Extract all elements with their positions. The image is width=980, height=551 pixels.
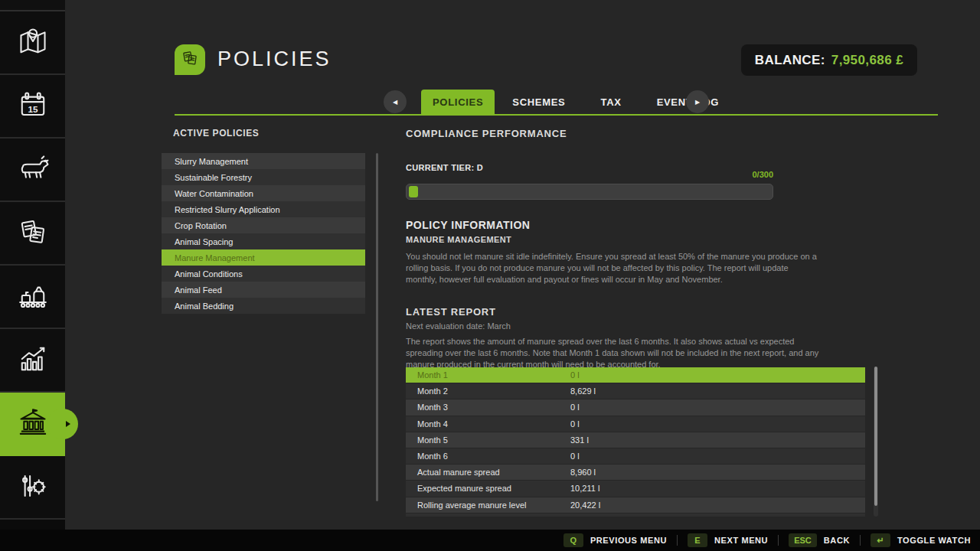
- active-policies-list: Slurry Management Sustainable Forestry W…: [162, 153, 365, 314]
- balance-value: 7,950,686 £: [831, 53, 903, 68]
- row-label: Month 5: [406, 435, 570, 445]
- row-value: 0 l: [570, 419, 580, 429]
- sidebar-item-finances[interactable]: [0, 393, 65, 456]
- row-label: Rolling average manure level: [406, 500, 570, 510]
- hint-label: TOGGLE WATCH: [897, 536, 971, 545]
- policy-name-subtitle: MANURE MANAGEMENT: [406, 235, 511, 244]
- table-row[interactable]: Month 4 0 l: [406, 416, 865, 432]
- list-item[interactable]: Animal Feed: [162, 282, 365, 298]
- policy-description: You should not let manure sit idle indef…: [406, 251, 819, 285]
- list-item[interactable]: Crop Rotation: [162, 217, 365, 233]
- list-item[interactable]: Water Contamination: [162, 185, 365, 201]
- calendar-icon: 15: [16, 88, 50, 125]
- active-policies-title: ACTIVE POLICIES: [173, 128, 259, 139]
- panel-scrollbar[interactable]: [376, 153, 378, 501]
- hint-next-menu[interactable]: E NEXT MENU: [688, 533, 778, 547]
- sidebar-item-animals[interactable]: [0, 139, 65, 202]
- list-item[interactable]: Animal Bedding: [162, 298, 365, 314]
- compliance-progress-bar: [406, 184, 773, 200]
- row-label: Actual manure spread: [406, 468, 570, 477]
- policies-screen: 15: [0, 0, 980, 551]
- compliance-title: COMPLIANCE PERFORMANCE: [406, 128, 567, 139]
- sidebar-item-partial: [0, 0, 65, 11]
- tab-policies[interactable]: POLICIES: [421, 90, 495, 115]
- hint-label: NEXT MENU: [714, 536, 768, 545]
- sidebar-item-production[interactable]: [0, 266, 65, 329]
- list-item[interactable]: Restricted Slurry Application: [162, 201, 365, 217]
- chevron-right-icon: ▶: [695, 99, 700, 106]
- next-evaluation-date: Next evaluation date: March: [406, 321, 511, 331]
- tab-underline: [175, 114, 938, 116]
- list-item[interactable]: Sustainable Forestry: [162, 169, 365, 185]
- hint-divider: [778, 535, 779, 546]
- table-scrollbar-thumb[interactable]: [874, 367, 877, 506]
- list-item[interactable]: Animal Conditions: [162, 266, 365, 282]
- footer-hint-bar: Q PREVIOUS MENU E NEXT MENU ESC BACK ↵ T…: [0, 530, 980, 551]
- table-row[interactable]: Month 3 0 l: [406, 399, 865, 415]
- hint-back[interactable]: ESC BACK: [789, 533, 860, 547]
- list-item[interactable]: Slurry Management: [162, 153, 365, 169]
- settings-sliders-icon: [16, 469, 50, 506]
- row-value: 20,422 l: [570, 500, 600, 510]
- hint-divider: [860, 535, 861, 546]
- sidebar-item-contracts[interactable]: [0, 202, 65, 266]
- table-scrollbar-track: [874, 367, 878, 517]
- row-value: 331 l: [570, 435, 589, 445]
- cow-icon: [16, 152, 50, 188]
- contracts-icon: [16, 215, 50, 252]
- chevron-left-icon: ◀: [393, 99, 397, 106]
- balance-display: BALANCE: 7,950,686 £: [741, 44, 917, 76]
- progress-value-label: 0/300: [406, 170, 773, 179]
- row-label: Month 4: [406, 419, 570, 429]
- sidebar-item-settings[interactable]: [0, 456, 65, 520]
- policy-info-title: POLICY INFORMATION: [406, 219, 530, 231]
- sidebar-item-statistics[interactable]: [0, 329, 65, 393]
- enter-key-icon: ↵: [871, 533, 890, 547]
- hint-toggle-watch[interactable]: ↵ TOGGLE WATCH: [871, 533, 971, 547]
- table-row[interactable]: Month 6 0 l: [406, 448, 865, 464]
- report-description: The report shows the amount of manure sp…: [406, 336, 819, 370]
- next-tab-button[interactable]: ▶: [686, 90, 709, 113]
- row-label: Month 2: [406, 386, 570, 396]
- hint-label: PREVIOUS MENU: [590, 536, 667, 545]
- statistics-icon: [16, 342, 50, 379]
- e-key-icon: E: [688, 533, 707, 547]
- table-row[interactable]: Expected manure spread 10,211 l: [406, 481, 865, 496]
- row-value: 10,211 l: [570, 484, 599, 493]
- row-value: 0 l: [570, 403, 580, 412]
- hint-divider: [677, 535, 678, 546]
- latest-report-title: LATEST REPORT: [406, 306, 496, 318]
- row-value: 8,960 l: [570, 468, 596, 477]
- tab-schemes[interactable]: SCHEMES: [495, 90, 583, 115]
- bank-icon: [16, 406, 50, 442]
- row-value: 0 l: [570, 370, 580, 380]
- list-item-selected[interactable]: Manure Management: [162, 249, 365, 266]
- tab-tax[interactable]: TAX: [583, 90, 639, 115]
- row-label: Month 1: [406, 370, 570, 380]
- page-title: POLICIES: [217, 47, 332, 71]
- prev-tab-button[interactable]: ◀: [384, 90, 407, 113]
- table-row[interactable]: Rolling average manure level 20,422 l: [406, 497, 865, 513]
- esc-key-icon: ESC: [789, 533, 817, 547]
- table-row[interactable]: Month 2 8,629 l: [406, 383, 865, 399]
- table-row-selected[interactable]: Month 1 0 l: [406, 367, 865, 383]
- svg-text:15: 15: [28, 103, 38, 113]
- list-item[interactable]: Animal Spacing: [162, 233, 365, 249]
- report-table: Month 1 0 l Month 2 8,629 l Month 3 0 l …: [406, 367, 865, 517]
- production-icon: [16, 279, 50, 315]
- documents-icon: [179, 47, 201, 72]
- hint-label: BACK: [824, 536, 850, 545]
- row-value: 0 l: [570, 452, 580, 461]
- sidebar-item-calendar[interactable]: 15: [0, 75, 65, 139]
- compliance-progress-fill: [409, 186, 418, 197]
- table-row[interactable]: Rating -: [406, 514, 865, 517]
- hint-previous-menu[interactable]: Q PREVIOUS MENU: [564, 533, 677, 547]
- sidebar-item-map[interactable]: [0, 11, 65, 75]
- row-label: Month 3: [406, 403, 570, 412]
- policies-app-icon: [175, 44, 205, 75]
- table-row[interactable]: Actual manure spread 8,960 l: [406, 465, 865, 480]
- table-row[interactable]: Month 5 331 l: [406, 432, 865, 448]
- active-item-arrow-icon: [66, 421, 70, 427]
- balance-label: BALANCE:: [755, 53, 825, 68]
- q-key-icon: Q: [564, 533, 583, 547]
